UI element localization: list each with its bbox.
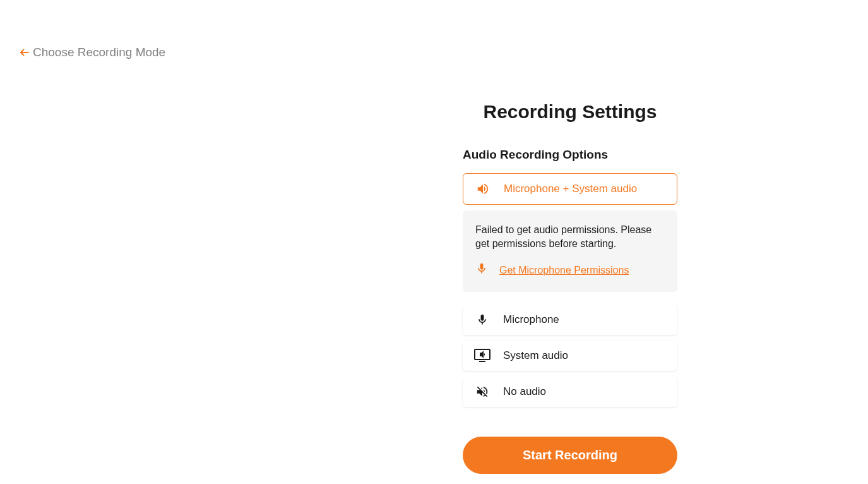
option-label: No audio (503, 385, 546, 398)
permissions-warning-box: Failed to get audio permissions. Please … (463, 210, 677, 292)
option-no-audio[interactable]: No audio (463, 377, 677, 407)
back-link-label: Choose Recording Mode (33, 45, 165, 59)
option-mic-system-audio[interactable]: Microphone + System audio (463, 173, 677, 205)
get-permissions-link[interactable]: Get Microphone Permissions (499, 263, 629, 277)
volume-off-icon (474, 384, 490, 399)
microphone-icon (474, 312, 490, 327)
start-recording-button[interactable]: Start Recording (463, 437, 677, 474)
option-label: Microphone (503, 313, 559, 326)
back-link[interactable]: Choose Recording Mode (19, 45, 165, 59)
option-microphone[interactable]: Microphone (463, 305, 677, 335)
microphone-icon (475, 262, 488, 279)
option-label: System audio (503, 349, 568, 362)
permission-link-row: Get Microphone Permissions (475, 262, 665, 279)
arrow-left-icon (19, 47, 30, 58)
audio-options-header: Audio Recording Options (463, 148, 677, 162)
warning-text: Failed to get audio permissions. Please … (475, 223, 665, 251)
page-title: Recording Settings (463, 101, 677, 123)
screen-audio-icon (474, 348, 490, 363)
settings-panel: Recording Settings Audio Recording Optio… (463, 101, 677, 474)
option-label: Microphone + System audio (504, 183, 637, 195)
volume-icon (475, 181, 491, 197)
option-system-audio[interactable]: System audio (463, 341, 677, 371)
